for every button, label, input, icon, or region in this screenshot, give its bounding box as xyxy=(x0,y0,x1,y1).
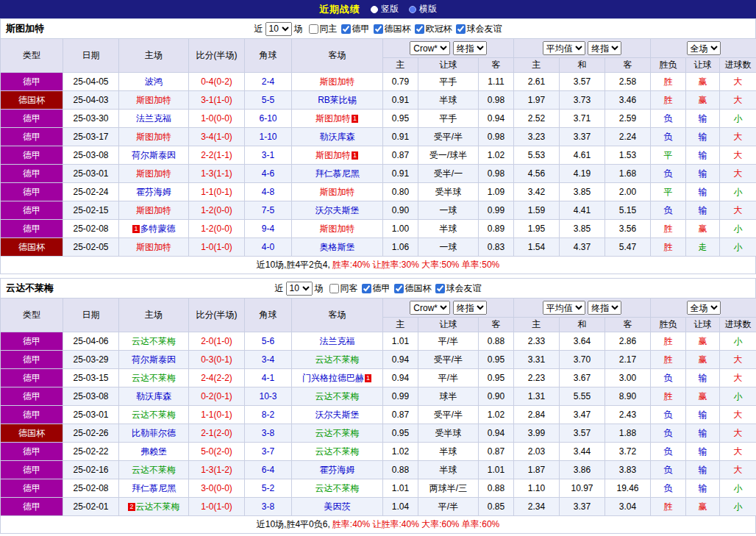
home-team[interactable]: 斯图加特 xyxy=(119,201,189,220)
avg-source-select[interactable]: 平均值 xyxy=(543,41,585,55)
checkbox-input[interactable] xyxy=(374,24,383,34)
home-team[interactable]: 比勒菲尔德 xyxy=(119,424,189,443)
score[interactable]: 2-1(2-0) xyxy=(189,424,245,443)
checkbox-input[interactable] xyxy=(309,24,318,34)
period-select[interactable]: 全场 xyxy=(687,301,721,315)
odds-home: 0.99 xyxy=(383,387,418,406)
away-team[interactable]: 斯图加特1 xyxy=(292,110,383,128)
home-team[interactable]: 云达不莱梅 xyxy=(119,406,189,424)
match-count-select[interactable]: 10 xyxy=(265,22,292,36)
score[interactable]: 1-0(1-0) xyxy=(189,498,245,516)
layout-radio-horizontal[interactable]: 横版 xyxy=(409,3,437,15)
filter-checkbox[interactable]: 欧冠杯 xyxy=(415,23,452,35)
score[interactable]: 1-1(0-1) xyxy=(189,406,245,424)
score[interactable]: 3-1(1-0) xyxy=(189,91,245,110)
odds-stage-select[interactable]: 终指 xyxy=(453,301,487,315)
odds-away: 0.85 xyxy=(479,498,514,516)
score[interactable]: 1-3(1-1) xyxy=(189,165,245,183)
home-team[interactable]: 波鸿 xyxy=(119,73,189,91)
filter-checkbox[interactable]: 同客 xyxy=(329,282,358,295)
filter-checkbox[interactable]: 德国杯 xyxy=(394,282,432,295)
home-team[interactable]: 弗赖堡 xyxy=(119,443,189,461)
score[interactable]: 0-4(0-2) xyxy=(189,73,245,91)
score[interactable]: 1-1(0-1) xyxy=(189,183,245,201)
away-team[interactable]: 奥格斯堡 xyxy=(292,238,383,257)
score[interactable]: 3-4(1-0) xyxy=(189,128,245,146)
checkbox-input[interactable] xyxy=(329,284,339,293)
home-team[interactable]: 荷尔斯泰因 xyxy=(119,351,189,369)
home-team[interactable]: 1多特蒙德 xyxy=(119,220,189,238)
away-team[interactable]: 勒沃库森 xyxy=(292,128,383,146)
home-team[interactable]: 霍芬海姆 xyxy=(119,183,189,201)
layout-radio-vertical[interactable]: 竖版 xyxy=(371,3,399,15)
home-team[interactable]: 斯图加特 xyxy=(119,238,189,257)
period-select[interactable]: 全场 xyxy=(687,41,721,55)
away-team[interactable]: 斯图加特 xyxy=(292,220,383,238)
home-team[interactable]: 2云达不莱梅 xyxy=(119,498,189,516)
odds-company-select[interactable]: Crow* xyxy=(410,301,450,315)
score[interactable]: 5-0(2-0) xyxy=(189,443,245,461)
score[interactable]: 1-3(1-2) xyxy=(189,461,245,479)
avg-draw-odds: 4.19 xyxy=(560,165,605,183)
score[interactable]: 2-2(1-1) xyxy=(189,146,245,165)
score[interactable]: 1-2(0-0) xyxy=(189,220,245,238)
filter-checkbox[interactable]: 德甲 xyxy=(362,282,391,295)
home-team[interactable]: 斯图加特 xyxy=(119,165,189,183)
home-team[interactable]: 云达不莱梅 xyxy=(119,332,189,351)
away-team[interactable]: 云达不莱梅 xyxy=(292,424,383,443)
away-team[interactable]: 斯图加特 xyxy=(292,73,383,91)
checkbox-label: 德国杯 xyxy=(385,23,411,35)
avg-source-select[interactable]: 平均值 xyxy=(543,301,585,315)
home-team[interactable]: 勒沃库森 xyxy=(119,387,189,406)
away-team[interactable]: 拜仁慕尼黑 xyxy=(292,165,383,183)
home-team[interactable]: 云达不莱梅 xyxy=(119,461,189,479)
score[interactable]: 0-2(0-1) xyxy=(189,387,245,406)
score[interactable]: 0-3(0-1) xyxy=(189,351,245,369)
score[interactable]: 1-0(0-0) xyxy=(189,110,245,128)
checkbox-input[interactable] xyxy=(394,284,404,293)
filter-checkbox[interactable]: 德国杯 xyxy=(374,23,411,35)
odds-company-select[interactable]: Crow* xyxy=(410,41,450,55)
away-team[interactable]: 法兰克福 xyxy=(292,332,383,351)
avg-stage-select[interactable]: 终指 xyxy=(588,41,621,55)
home-team[interactable]: 云达不莱梅 xyxy=(119,369,189,387)
score[interactable]: 1-2(0-0) xyxy=(189,201,245,220)
odds-away: 0.90 xyxy=(479,387,514,406)
match-count-select[interactable]: 10 xyxy=(286,282,313,296)
score[interactable]: 1-0(1-0) xyxy=(189,238,245,257)
away-team[interactable]: 云达不莱梅 xyxy=(292,351,383,369)
away-team[interactable]: 霍芬海姆 xyxy=(292,461,383,479)
away-team[interactable]: 云达不莱梅 xyxy=(292,479,383,498)
away-team[interactable]: 云达不莱梅 xyxy=(292,443,383,461)
col-corner: 角球 xyxy=(245,299,292,332)
filter-checkbox[interactable]: 球会友谊 xyxy=(435,282,482,295)
checkbox-input[interactable] xyxy=(415,24,424,34)
checkbox-input[interactable] xyxy=(456,24,466,34)
score[interactable]: 3-0(0-0) xyxy=(189,479,245,498)
checkbox-input[interactable] xyxy=(435,284,445,293)
away-team[interactable]: 斯图加特 xyxy=(292,183,383,201)
home-team[interactable]: 斯图加特 xyxy=(119,128,189,146)
away-team[interactable]: 斯图加特1 xyxy=(292,146,383,165)
avg-home-odds: 2.23 xyxy=(514,369,560,387)
away-team[interactable]: 门兴格拉德巴赫1 xyxy=(292,369,383,387)
avg-stage-select[interactable]: 终指 xyxy=(588,301,621,315)
score[interactable]: 2-4(2-2) xyxy=(189,369,245,387)
filter-checkbox[interactable]: 同主 xyxy=(309,23,338,35)
filter-checkbox[interactable]: 球会友谊 xyxy=(456,23,502,35)
home-team[interactable]: 拜仁慕尼黑 xyxy=(119,479,189,498)
odds-stage-select[interactable]: 终指 xyxy=(453,41,487,55)
away-team[interactable]: 美因茨 xyxy=(292,498,383,516)
filter-checkbox[interactable]: 德甲 xyxy=(341,23,370,35)
home-team[interactable]: 斯图加特 xyxy=(119,91,189,110)
away-team[interactable]: 沃尔夫斯堡 xyxy=(292,406,383,424)
checkbox-input[interactable] xyxy=(341,24,351,34)
away-team[interactable]: 沃尔夫斯堡 xyxy=(292,201,383,220)
checkbox-input[interactable] xyxy=(362,284,371,293)
home-team[interactable]: 法兰克福 xyxy=(119,110,189,128)
handicap-line: 一球 xyxy=(418,201,479,220)
away-team[interactable]: 云达不莱梅 xyxy=(292,387,383,406)
away-team[interactable]: RB莱比锡 xyxy=(292,91,383,110)
score[interactable]: 2-0(1-0) xyxy=(189,332,245,351)
home-team[interactable]: 荷尔斯泰因 xyxy=(119,146,189,165)
